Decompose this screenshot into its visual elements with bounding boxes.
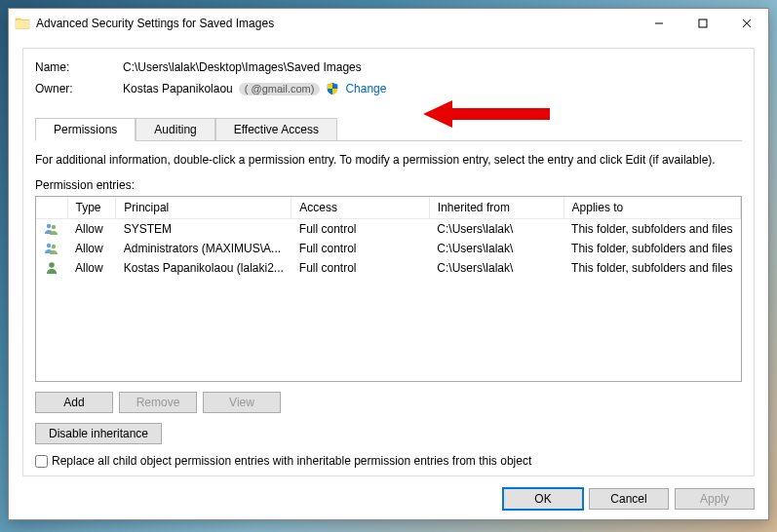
change-owner-link[interactable]: Change bbox=[345, 82, 386, 95]
replace-checkbox-label: Replace all child object permission entr… bbox=[52, 454, 531, 468]
row-access: Full control bbox=[291, 219, 430, 240]
row-icon bbox=[36, 239, 67, 258]
titlebar: Advanced Security Settings for Saved Ima… bbox=[9, 9, 768, 38]
view-button[interactable]: View bbox=[203, 392, 281, 413]
svg-point-5 bbox=[52, 225, 56, 229]
row-inherited: C:\Users\lalak\ bbox=[429, 219, 563, 240]
entry-buttons: Add Remove View bbox=[35, 392, 742, 413]
row-applies: This folder, subfolders and files bbox=[563, 239, 740, 258]
row-icon bbox=[36, 258, 67, 278]
header-type[interactable]: Type bbox=[67, 197, 116, 219]
close-button[interactable] bbox=[724, 9, 768, 38]
maximize-button[interactable] bbox=[680, 9, 724, 38]
name-value: C:\Users\lalak\Desktop\Images\Saved Imag… bbox=[123, 60, 362, 74]
remove-button[interactable]: Remove bbox=[119, 392, 197, 413]
cancel-button[interactable]: Cancel bbox=[589, 488, 669, 510]
permission-entries-table[interactable]: Type Principal Access Inherited from App… bbox=[35, 196, 742, 382]
row-icon bbox=[36, 219, 67, 240]
add-button[interactable]: Add bbox=[35, 392, 113, 413]
disable-inheritance-button[interactable]: Disable inheritance bbox=[35, 423, 162, 444]
row-type: Allow bbox=[67, 258, 116, 278]
owner-value: Kostas Papanikolaou bbox=[123, 82, 233, 95]
header-applies[interactable]: Applies to bbox=[563, 197, 740, 219]
row-type: Allow bbox=[67, 219, 116, 240]
row-principal: Kostas Papanikolaou (lalaki2... bbox=[116, 258, 291, 278]
table-row[interactable]: AllowAdministrators (MAXIMUS\A...Full co… bbox=[36, 239, 741, 258]
header-access[interactable]: Access bbox=[291, 197, 430, 219]
entries-label: Permission entries: bbox=[35, 178, 742, 192]
window-title: Advanced Security Settings for Saved Ima… bbox=[36, 17, 637, 30]
owner-label: Owner: bbox=[35, 82, 123, 95]
folder-icon bbox=[15, 16, 30, 31]
row-principal: Administrators (MAXIMUS\A... bbox=[116, 239, 291, 258]
svg-point-8 bbox=[49, 262, 55, 268]
row-applies: This folder, subfolders and files bbox=[563, 258, 740, 278]
owner-row: Owner: Kostas Papanikolaou ( @gmail.com) bbox=[35, 82, 742, 95]
security-settings-window: Advanced Security Settings for Saved Ima… bbox=[8, 8, 769, 520]
header-icon[interactable] bbox=[36, 197, 67, 219]
tab-effective-access[interactable]: Effective Access bbox=[215, 118, 337, 141]
row-type: Allow bbox=[67, 239, 116, 258]
tab-panel-permissions: For additional information, double-click… bbox=[35, 140, 742, 468]
svg-point-7 bbox=[52, 245, 56, 248]
row-applies: This folder, subfolders and files bbox=[563, 219, 740, 240]
name-label: Name: bbox=[35, 60, 123, 74]
svg-point-6 bbox=[47, 244, 51, 247]
replace-checkbox[interactable] bbox=[35, 455, 48, 468]
minimize-button[interactable] bbox=[637, 9, 680, 38]
header-inherited[interactable]: Inherited from bbox=[429, 197, 563, 219]
table-row[interactable]: AllowKostas Papanikolaou (lalaki2...Full… bbox=[36, 258, 741, 278]
row-inherited: C:\Users\lalak\ bbox=[429, 258, 563, 278]
table-header-row: Type Principal Access Inherited from App… bbox=[36, 197, 741, 219]
replace-checkbox-row[interactable]: Replace all child object permission entr… bbox=[35, 454, 742, 468]
tabs: Permissions Auditing Effective Access bbox=[35, 117, 742, 140]
svg-point-4 bbox=[47, 224, 51, 228]
row-inherited: C:\Users\lalak\ bbox=[429, 239, 563, 258]
apply-button[interactable]: Apply bbox=[675, 488, 755, 510]
tab-auditing[interactable]: Auditing bbox=[136, 118, 214, 141]
svg-rect-1 bbox=[699, 19, 707, 27]
row-access: Full control bbox=[291, 258, 430, 278]
row-access: Full control bbox=[291, 239, 430, 258]
window-controls bbox=[637, 9, 768, 38]
shield-icon bbox=[326, 82, 339, 95]
instructions-text: For additional information, double-click… bbox=[35, 153, 742, 167]
dialog-buttons: OK Cancel Apply bbox=[9, 480, 768, 519]
header-principal[interactable]: Principal bbox=[116, 197, 291, 219]
name-row: Name: C:\Users\lalak\Desktop\Images\Save… bbox=[35, 60, 742, 74]
owner-email: ( @gmail.com) bbox=[239, 83, 321, 95]
tab-permissions[interactable]: Permissions bbox=[35, 118, 136, 141]
ok-button[interactable]: OK bbox=[503, 488, 583, 510]
row-principal: SYSTEM bbox=[116, 219, 291, 240]
table-row[interactable]: AllowSYSTEMFull controlC:\Users\lalak\Th… bbox=[36, 219, 741, 240]
